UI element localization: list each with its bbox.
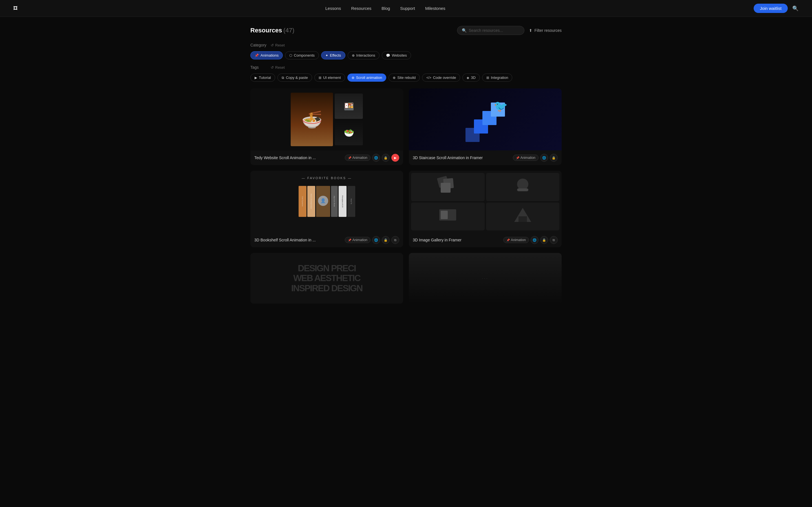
chip-scroll-animation[interactable]: ⊛ Scroll animation xyxy=(347,73,387,82)
resource-card-design-text[interactable]: DESIGN PRECIWEB AESTHETICINSPIRED DESIGN xyxy=(250,253,403,304)
chip-animations[interactable]: 📌 Animations xyxy=(250,51,283,59)
badge-animation-bookshelf: 📌 Animation xyxy=(345,237,370,243)
tedy-img-bottom: 🥗 xyxy=(335,120,363,145)
svg-rect-10 xyxy=(441,211,448,219)
tedy-img-top: 🍱 xyxy=(335,94,363,119)
resource-card-dark-minimal[interactable]: ··· xyxy=(409,253,562,304)
main-content: Resources (47) 🔍 ⬆ Filter resources Cate… xyxy=(237,17,575,313)
chip-components[interactable]: ⬡ Components xyxy=(285,51,319,59)
gallery-item-1 xyxy=(411,173,485,201)
category-label: Category xyxy=(250,43,267,47)
nav-lessons[interactable]: Lessons xyxy=(325,6,341,11)
card-badges-gallery: 📌 Animation 🌐 🔒 ⧉ xyxy=(503,236,558,244)
copy-button-bookshelf[interactable]: ⧉ xyxy=(391,236,399,244)
globe-button-gallery[interactable]: 🌐 xyxy=(530,236,539,244)
thumb-inner-tedy: 🍜 🍱 🥗 xyxy=(250,89,403,151)
interactions-chip-icon: ⊕ xyxy=(352,54,355,57)
ui-element-icon: ⊞ xyxy=(319,76,321,80)
card-title-tedy: Tedy Website Scroll Animation in ... xyxy=(254,156,316,160)
copy-paste-icon: ⧉ xyxy=(282,76,284,80)
tedy-right-imgs: 🍱 🥗 xyxy=(335,94,363,145)
staircase-badge-icon: 📌 xyxy=(516,156,519,159)
book-6: How To xyxy=(347,186,355,217)
book-3: 👤 xyxy=(316,186,330,217)
card-thumb-dark-minimal: ··· xyxy=(409,253,562,304)
chip-effects[interactable]: ✦ Effects xyxy=(321,51,345,59)
chip-interactions[interactable]: ⊕ Interactions xyxy=(348,51,379,59)
chip-copy-paste[interactable]: ⧉ Copy & paste xyxy=(277,73,312,82)
card-title-bookshelf: 3D Bookshelf Scroll Animation in ... xyxy=(254,238,316,242)
resource-card-bookshelf[interactable]: — FAVORITE BOOKS — Grid Systems Kick & E… xyxy=(250,171,403,247)
badge-animation-tedy: 📌 Animation xyxy=(345,155,370,161)
category-filter-section: Category ↺ Reset 📌 Animations ⬡ Componen… xyxy=(250,43,562,59)
integration-icon: ⊞ xyxy=(486,76,489,80)
search-input[interactable] xyxy=(469,28,520,33)
animations-chip-icon: 📌 xyxy=(255,54,259,57)
tags-label: Tags xyxy=(250,65,267,69)
globe-button-bookshelf[interactable]: 🌐 xyxy=(372,236,380,244)
badge-animation-gallery: 📌 Animation xyxy=(503,237,529,243)
resource-card-tedy[interactable]: 🍜 🍱 🥗 Tedy Website Scroll Animation in .… xyxy=(250,89,403,165)
header-row: Resources (47) 🔍 ⬆ Filter resources xyxy=(250,26,562,35)
logo[interactable]: ⌑ xyxy=(13,4,17,12)
book-4: App Icon Book xyxy=(331,186,338,217)
lock-button-tedy[interactable]: 🔒 xyxy=(382,154,390,162)
scroll-animation-icon: ⊛ xyxy=(352,76,354,80)
filter-resources-button[interactable]: ⬆ Filter resources xyxy=(529,28,562,33)
header-controls: 🔍 ⬆ Filter resources xyxy=(457,26,562,35)
design-text-visual: DESIGN PRECIWEB AESTHETICINSPIRED DESIGN xyxy=(289,261,365,296)
nav-support[interactable]: Support xyxy=(400,6,415,11)
lock-button-gallery[interactable]: 🔒 xyxy=(540,236,548,244)
card-info-gallery: 3D Image Gallery in Framer 📌 Animation 🌐… xyxy=(409,233,562,247)
components-chip-icon: ⬡ xyxy=(289,54,292,57)
gallery-svg-3 xyxy=(437,205,459,228)
play-button-tedy[interactable]: ▶ xyxy=(391,154,399,162)
chip-websites[interactable]: 💬 Websites xyxy=(382,51,411,59)
gallery-svg-4 xyxy=(511,205,534,228)
reset-icon: ↺ xyxy=(271,43,274,47)
bird-icon: 🐦 xyxy=(494,100,508,113)
gallery-visual xyxy=(411,173,559,230)
chip-integration[interactable]: ⊞ Integration xyxy=(482,73,512,82)
chip-site-rebuild[interactable]: ⊕ Site rebuild xyxy=(389,73,420,82)
book-2: Kick & Entrepreneur xyxy=(307,186,315,217)
search-icon[interactable]: 🔍 xyxy=(792,5,799,11)
join-waitlist-button[interactable]: Join waitlist xyxy=(754,4,788,13)
search-box-icon: 🔍 xyxy=(462,28,467,33)
tedy-food-img: 🍜 xyxy=(291,93,333,146)
tutorial-icon: ▶ xyxy=(255,76,257,80)
nav-right: Join waitlist 🔍 xyxy=(754,4,799,13)
category-reset-button[interactable]: ↺ Reset xyxy=(271,43,285,47)
category-filter-row: Category ↺ Reset xyxy=(250,43,562,47)
nav-milestones[interactable]: Milestones xyxy=(425,6,446,11)
code-override-icon: </> xyxy=(426,76,431,80)
gallery-item-3 xyxy=(411,203,485,231)
effects-chip-icon: ✦ xyxy=(325,54,328,57)
chip-code-override[interactable]: </> Code override xyxy=(422,73,460,82)
tags-reset-button[interactable]: ↺ Reset xyxy=(271,65,285,69)
resource-grid: 🍜 🍱 🥗 Tedy Website Scroll Animation in .… xyxy=(250,89,562,304)
nav-resources[interactable]: Resources xyxy=(351,6,371,11)
card-badges-bookshelf: 📌 Animation 🌐 🔒 ⧉ xyxy=(345,236,399,244)
search-box[interactable]: 🔍 xyxy=(457,26,524,35)
globe-button-tedy[interactable]: 🌐 xyxy=(372,154,380,162)
resource-card-staircase[interactable]: 🐦 3D Staircase Scroll Animation in Frame… xyxy=(409,89,562,165)
lock-button-staircase[interactable]: 🔒 xyxy=(550,154,558,162)
navbar: ⌑ Lessons Resources Blog Support Milesto… xyxy=(0,0,812,17)
card-thumb-design-text: DESIGN PRECIWEB AESTHETICINSPIRED DESIGN xyxy=(250,253,403,304)
book-5: Principles of UX xyxy=(339,186,347,217)
card-info-tedy: Tedy Website Scroll Animation in ... 📌 A… xyxy=(250,151,403,165)
chip-3d[interactable]: ◈ 3D xyxy=(462,73,480,82)
lock-button-bookshelf[interactable]: 🔒 xyxy=(382,236,390,244)
gallery-item-2 xyxy=(486,173,560,201)
copy-button-gallery[interactable]: ⧉ xyxy=(550,236,558,244)
globe-button-staircase[interactable]: 🌐 xyxy=(540,154,548,162)
nav-blog[interactable]: Blog xyxy=(382,6,390,11)
card-thumb-bookshelf: — FAVORITE BOOKS — Grid Systems Kick & E… xyxy=(250,171,403,233)
resource-card-gallery[interactable]: 3D Image Gallery in Framer 📌 Animation 🌐… xyxy=(409,171,562,247)
chip-tutorial[interactable]: ▶ Tutorial xyxy=(250,73,275,82)
dark-minimal-text: ··· xyxy=(482,276,489,281)
chip-ui-element[interactable]: ⊞ UI element xyxy=(314,73,345,82)
svg-rect-8 xyxy=(517,188,528,191)
badge-animation-staircase: 📌 Animation xyxy=(513,155,539,161)
